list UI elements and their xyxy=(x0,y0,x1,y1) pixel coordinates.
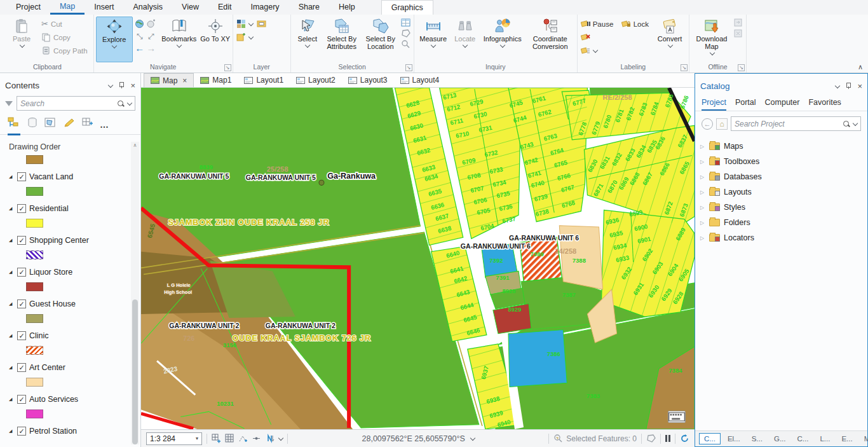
catalog-tab-computer[interactable]: Computer xyxy=(765,98,800,111)
select-by-attributes-button[interactable]: Select By Attributes xyxy=(322,17,362,50)
convert-labels-button[interactable]: Convert xyxy=(653,17,687,48)
cut-button[interactable]: ✂Cut xyxy=(41,18,90,30)
expand-icon[interactable]: ▷ xyxy=(700,174,705,180)
scale-combobox[interactable]: 1:3 284 ▾ xyxy=(146,432,202,445)
layer-row[interactable]: ◢✓Auto Services xyxy=(9,392,140,407)
pause-drawing-icon[interactable] xyxy=(665,435,670,442)
docked-pane-tab-3[interactable]: G... xyxy=(770,434,790,444)
ribbon-tab-share[interactable]: Share xyxy=(289,0,329,15)
label-options-button[interactable] xyxy=(581,45,619,57)
more-options-icon[interactable]: … xyxy=(100,120,109,134)
catalog-item-locators[interactable]: ▷Locators xyxy=(700,230,867,245)
list-by-editing-tab[interactable] xyxy=(63,117,76,135)
lasso-select-icon[interactable] xyxy=(401,29,410,38)
remove-map-icon[interactable] xyxy=(733,29,743,38)
layer-symbol-swatch[interactable] xyxy=(26,251,43,259)
document-tab-layout2[interactable]: Layout2 xyxy=(290,73,342,87)
clear-selection-icon[interactable] xyxy=(646,434,656,443)
layer-visibility-checkbox[interactable]: ✓ xyxy=(17,172,26,181)
layer-symbol-swatch[interactable] xyxy=(26,346,43,355)
fixed-zoom-out-icon[interactable]: ⤢ xyxy=(148,32,154,41)
ribbon-tab-insert[interactable]: Insert xyxy=(85,0,123,15)
measure-button[interactable]: Measure xyxy=(416,17,451,48)
expand-icon[interactable]: ◢ xyxy=(9,301,14,306)
bookmarks-button[interactable]: Bookmarks xyxy=(158,17,200,48)
catalog-item-folders[interactable]: ▷Folders xyxy=(700,215,867,230)
document-tab-map1[interactable]: Map1 xyxy=(194,73,238,87)
add-preset-icon[interactable] xyxy=(257,19,266,29)
expand-icon[interactable]: ▷ xyxy=(700,220,705,226)
download-map-button[interactable]: Download Map xyxy=(691,17,732,55)
catalog-tab-portal[interactable]: Portal xyxy=(735,98,756,111)
ribbon-tab-help[interactable]: Help xyxy=(329,0,365,15)
close-icon[interactable]: × xyxy=(130,81,135,90)
layer-visibility-checkbox[interactable]: ✓ xyxy=(17,236,26,245)
fixed-zoom-in-icon[interactable]: ⤡ xyxy=(137,32,143,41)
keyboard-icon[interactable] xyxy=(668,411,686,423)
document-tab-layout1[interactable]: Layout1 xyxy=(238,73,290,87)
pin-icon[interactable] xyxy=(119,82,124,88)
go-to-xy-button[interactable]: Go To XY xyxy=(200,17,231,43)
layer-row[interactable]: ◢✓Guest House xyxy=(9,296,140,312)
lock-labels-button[interactable]: Lock xyxy=(621,18,651,30)
select-by-location-button[interactable]: Select By Location xyxy=(362,17,400,50)
list-by-snapping-tab[interactable] xyxy=(81,117,94,135)
catalog-item-layouts[interactable]: ▷Layouts xyxy=(700,184,867,200)
pane-menu-chevron-icon[interactable] xyxy=(108,83,112,88)
zoom-to-selection-icon[interactable] xyxy=(401,39,410,49)
expand-icon[interactable]: ◢ xyxy=(9,206,14,211)
layer-row[interactable]: ◢✓Liquor Store xyxy=(9,265,140,280)
layer-row[interactable]: ◢✓Shopping Center xyxy=(9,233,140,248)
map-view[interactable]: 883925/258RE/2/25824/258726GA-RANKUWA UN… xyxy=(141,88,695,429)
layer-symbol-swatch[interactable] xyxy=(26,282,43,291)
catalog-item-toolboxes[interactable]: ▷Toolboxes xyxy=(700,154,867,169)
expand-icon[interactable]: ◢ xyxy=(9,397,14,402)
selected-features-status[interactable]: Selected Features: 0 xyxy=(553,434,637,443)
catalog-item-styles[interactable]: ▷Styles xyxy=(700,200,867,215)
ribbon-tab-imagery[interactable]: Imagery xyxy=(241,0,288,15)
docked-pane-tab-4[interactable]: C... xyxy=(793,434,813,444)
layer-row[interactable]: ◢✓Vacant Land xyxy=(9,169,140,184)
locate-button[interactable]: Locate xyxy=(451,17,480,48)
layer-symbol-swatch[interactable] xyxy=(26,378,43,387)
ribbon-tab-view[interactable]: View xyxy=(172,0,208,15)
docked-pane-tab-1[interactable]: El... xyxy=(723,434,745,444)
infographics-button[interactable]: Infographics xyxy=(480,17,526,48)
layer-row[interactable]: ◢✓Residential xyxy=(9,201,140,216)
globe-icon[interactable] xyxy=(135,19,144,29)
copy-path-button[interactable]: Copy Path xyxy=(41,45,90,57)
pane-menu-chevron-icon[interactable] xyxy=(835,84,839,88)
layer-visibility-checkbox[interactable]: ✓ xyxy=(17,395,26,404)
layer-visibility-checkbox[interactable]: ✓ xyxy=(17,427,26,436)
catalog-search-input[interactable]: Search Project xyxy=(731,116,861,131)
filter-icon[interactable] xyxy=(5,101,13,106)
expand-icon[interactable]: ◢ xyxy=(9,174,14,179)
docked-pane-tab-2[interactable]: S... xyxy=(747,434,767,444)
pin-icon[interactable] xyxy=(846,83,851,89)
catalog-item-maps[interactable]: ▷Maps xyxy=(700,139,867,154)
navigate-dialog-launcher[interactable]: ↘ xyxy=(224,64,231,71)
back-icon[interactable]: ← xyxy=(702,118,713,130)
contents-scrollbar[interactable]: ∧ ∧ xyxy=(131,142,139,444)
home-icon[interactable]: ⌂ xyxy=(716,118,728,130)
expand-icon[interactable]: ◢ xyxy=(9,365,14,370)
previous-extent-icon[interactable]: ← xyxy=(135,43,144,53)
catalog-item-databases[interactable]: ▷Databases xyxy=(700,169,867,184)
expand-icon[interactable]: ◢ xyxy=(9,238,14,243)
layer-symbol-swatch[interactable] xyxy=(26,409,43,418)
ribbon-tab-analysis[interactable]: Analysis xyxy=(124,0,173,15)
close-icon[interactable]: × xyxy=(857,81,862,91)
layer-symbol-swatch[interactable] xyxy=(26,155,43,164)
expand-icon[interactable]: ▷ xyxy=(700,144,705,149)
layer-visibility-checkbox[interactable]: ✓ xyxy=(17,268,26,277)
constraints-icon[interactable] xyxy=(252,434,261,443)
next-extent-icon[interactable]: → xyxy=(146,43,156,53)
expand-icon[interactable]: ▷ xyxy=(700,235,705,241)
layer-symbol-swatch[interactable] xyxy=(26,219,43,228)
docked-pane-tab-5[interactable]: L... xyxy=(815,434,834,444)
layer-row[interactable]: ◢✓Petrol Station xyxy=(9,423,140,439)
docked-pane-tab-7[interactable]: M... xyxy=(860,434,868,444)
expand-icon[interactable]: ▷ xyxy=(700,159,705,165)
expand-icon[interactable]: ▷ xyxy=(700,205,705,210)
add-globe-icon[interactable] xyxy=(146,19,156,29)
